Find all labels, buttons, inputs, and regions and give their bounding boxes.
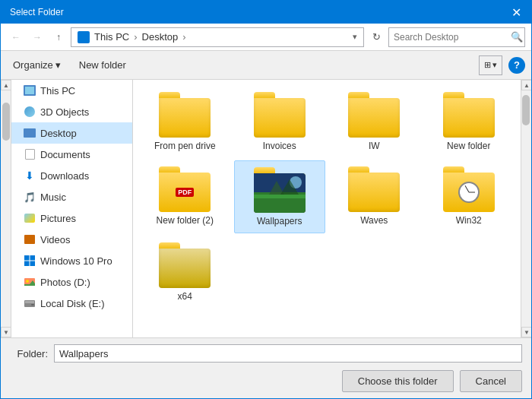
address-path[interactable]: This PC › Desktop › ▾ [71,27,364,47]
folder-label: Invoices [263,141,296,151]
path-thispc: This PC [94,31,129,43]
folder-from-pen-drive[interactable]: From pen drive [139,86,231,157]
sidebar-item-music[interactable]: 🎵 Music [11,186,132,207]
sidebar-label-desktop: Desktop [40,128,77,139]
sidebar-item-documents[interactable]: Documents [11,144,132,165]
view-button[interactable]: ⊞ ▾ [479,55,502,75]
photos-icon [24,276,36,288]
svg-rect-9 [31,304,34,306]
path-sep1: › [134,31,137,43]
sidebar-item-3dobjects[interactable]: 3D Objects [11,101,132,122]
scroll-thumb[interactable] [522,95,530,125]
path-desktop: Desktop [142,31,179,43]
button-row: Choose this folder Cancel [10,370,522,392]
sidebar-scrollbar[interactable]: ▲ ▼ [1,80,11,337]
thispc-icon [24,84,36,97]
sidebar-item-thispc[interactable]: This PC [11,80,132,101]
folder-invoices[interactable]: Invoices [234,86,326,157]
sidebar-item-localdisk[interactable]: Local Disk (E:) [11,293,132,314]
title-bar: Select Folder ✕ [1,1,531,24]
sidebar-item-photos[interactable]: Photos (D:) [11,271,132,293]
svg-rect-13 [254,195,306,198]
folder-input[interactable] [54,344,522,363]
folder-grid: From pen drive Invoices [139,86,515,308]
folder-icon: PDF [158,166,211,212]
sidebar-scroll-down[interactable]: ▼ [1,327,11,337]
organize-label: Organize [13,59,53,71]
folder-label: IW [369,141,380,151]
folder-icon [158,92,211,138]
forward-button[interactable]: → [28,28,46,46]
sidebar-item-desktop[interactable]: Desktop [11,122,132,144]
music-icon: 🎵 [24,191,36,203]
disk-icon [24,297,36,309]
scroll-up[interactable]: ▲ [521,80,531,90]
search-input[interactable] [394,32,508,43]
up-button[interactable]: ↑ [49,28,68,46]
folder-new[interactable]: New folder [423,86,515,157]
windows-icon [24,255,36,267]
sidebar-label-windows10: Windows 10 Pro [40,255,112,267]
choose-folder-button[interactable]: Choose this folder [342,370,454,392]
3dobjects-icon [24,106,36,118]
folder-icon [253,167,306,213]
sidebar-label-thispc: This PC [40,85,75,97]
folder-label-text: Folder: [10,348,48,359]
folder-icon [442,92,496,138]
sidebar-scroll-thumb [2,103,10,141]
address-bar: ← → ↑ This PC › Desktop › ▾ ↻ 🔍 [1,24,531,51]
scroll-down[interactable]: ▼ [521,327,531,337]
file-area: From pen drive Invoices [133,80,521,337]
folder-new2[interactable]: PDF New folder (2) [139,160,231,233]
dialog-title: Select Folder [10,7,64,17]
folder-win32[interactable]: Win32 [423,160,515,233]
sidebar-label-downloads: Downloads [40,170,89,182]
sidebar-label-localdisk: Local Disk (E:) [40,298,105,309]
sidebar-item-pictures[interactable]: Pictures [11,207,132,229]
sidebar-label-music: Music [40,192,66,203]
folder-icon [253,92,306,138]
svg-rect-2 [24,261,30,267]
folder-label: New folder (2) [157,215,214,226]
sidebar: This PC 3D Objects Desktop Documents ⬇ D… [11,80,133,337]
file-area-scrollbar[interactable]: ▲ ▼ [521,80,531,337]
organize-button[interactable]: Organize ▾ [7,56,67,74]
back-button[interactable]: ← [7,28,25,46]
folder-waves[interactable]: Waves [328,160,420,233]
svg-rect-8 [25,301,34,303]
close-button[interactable]: ✕ [507,3,525,21]
search-box[interactable]: 🔍 [388,27,525,47]
sidebar-item-downloads[interactable]: ⬇ Downloads [11,165,132,186]
folder-row: Folder: [10,344,522,363]
svg-rect-3 [30,261,36,267]
main-content: ▲ ▼ This PC 3D Objects Desktop [1,80,531,337]
file-area-wrapper: From pen drive Invoices [133,80,531,337]
search-icon: 🔍 [511,31,523,43]
refresh-button[interactable]: ↻ [367,28,385,46]
pdf-badge: PDF [176,188,194,197]
view-icon: ⊞ [484,60,491,70]
new-folder-button[interactable]: New folder [73,56,132,74]
folder-label: Win32 [456,215,482,226]
sidebar-scroll-up[interactable]: ▲ [1,80,11,90]
folder-label: Wallpapers [257,216,302,226]
folder-iw[interactable]: IW [328,86,420,157]
folder-label: New folder [447,141,490,151]
documents-icon [24,148,36,160]
view-chevron: ▾ [492,60,497,70]
path-dropdown[interactable]: ▾ [353,32,357,42]
sidebar-label-3dobjects: 3D Objects [40,106,89,118]
sidebar-item-windows10[interactable]: Windows 10 Pro [11,250,132,271]
organize-chevron: ▾ [55,59,61,71]
help-button[interactable]: ? [508,57,525,74]
sidebar-item-videos[interactable]: Videos [11,229,132,250]
folder-icon [347,92,401,138]
folder-x64[interactable]: x64 [139,236,231,308]
path-pc-icon [78,31,90,43]
folder-icon [158,242,211,288]
svg-point-5 [26,280,29,283]
folder-wallpapers[interactable]: Wallpapers [234,160,326,233]
downloads-icon: ⬇ [24,169,36,182]
cancel-button[interactable]: Cancel [460,370,522,392]
folder-label: x64 [178,291,192,302]
